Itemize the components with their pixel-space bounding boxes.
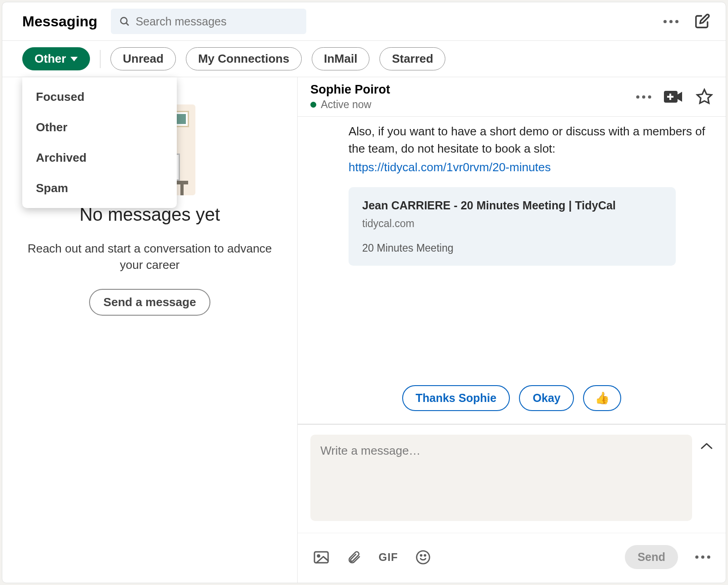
paperclip-icon xyxy=(347,550,361,565)
page-title: Messaging xyxy=(22,13,97,30)
dropdown-item-other[interactable]: Other xyxy=(22,112,177,143)
filter-my-connections[interactable]: My Connections xyxy=(186,47,302,70)
link-card-title: Jean CARRIERE - 20 Minutes Meeting | Tid… xyxy=(362,197,662,213)
video-call-button[interactable] xyxy=(664,90,683,104)
star-button[interactable] xyxy=(696,88,713,105)
message-composer[interactable]: Write a message… xyxy=(310,435,692,521)
conversation-name[interactable]: Sophie Poirot xyxy=(310,83,636,97)
gif-label: GIF xyxy=(379,551,398,564)
quick-replies: Thanks Sophie Okay 👍 xyxy=(298,374,726,424)
conversation-header: Sophie Poirot Active now xyxy=(298,77,726,117)
left-pane: Focused Other Archived Spam No messages … xyxy=(2,77,298,583)
svg-point-0 xyxy=(121,18,127,24)
composer-placeholder: Write a message… xyxy=(320,444,682,458)
attach-image-button[interactable] xyxy=(313,550,329,565)
divider xyxy=(100,50,100,68)
right-pane: Sophie Poirot Active now xyxy=(298,77,726,583)
svg-point-7 xyxy=(318,555,320,557)
send-message-button[interactable]: Send a message xyxy=(89,289,211,316)
dropdown-item-archived[interactable]: Archived xyxy=(22,143,177,173)
compose-button[interactable] xyxy=(694,13,710,30)
filter-unread[interactable]: Unread xyxy=(110,47,176,70)
filter-active-dropdown[interactable]: Other xyxy=(22,47,90,70)
svg-point-8 xyxy=(417,550,429,563)
link-card-domain: tidycal.com xyxy=(362,216,662,231)
svg-line-1 xyxy=(126,23,129,25)
empty-subtitle: Reach out and start a conversation to ad… xyxy=(23,240,277,273)
composer-toolbar: GIF Send xyxy=(298,533,726,583)
message-text: Also, if you want to have a short demo o… xyxy=(349,123,712,157)
conversation-more-button[interactable] xyxy=(636,95,651,99)
svg-point-10 xyxy=(424,555,426,556)
conversation-status: Active now xyxy=(310,99,636,111)
composer-area: Write a message… xyxy=(298,424,726,521)
header: Messaging xyxy=(2,2,726,41)
search-input[interactable] xyxy=(135,15,298,28)
collapse-composer-button[interactable] xyxy=(700,435,713,521)
filter-row: Other Unread My Connections InMail Starr… xyxy=(2,41,726,77)
chevron-up-icon xyxy=(700,442,713,450)
body: Focused Other Archived Spam No messages … xyxy=(2,77,726,583)
ellipsis-icon xyxy=(636,95,651,99)
emoji-icon xyxy=(415,550,431,565)
header-actions xyxy=(663,13,710,30)
svg-rect-4 xyxy=(667,96,673,98)
quick-reply-thumbs-up[interactable]: 👍 xyxy=(583,385,621,411)
filter-active-label: Other xyxy=(35,52,66,66)
dropdown-item-focused[interactable]: Focused xyxy=(22,82,177,112)
message-link[interactable]: https://tidycal.com/1vr0rvm/20-minutes xyxy=(349,159,712,176)
svg-rect-6 xyxy=(314,552,328,563)
svg-marker-5 xyxy=(697,89,712,103)
filter-inmail[interactable]: InMail xyxy=(312,47,370,70)
ellipsis-icon xyxy=(695,555,710,559)
attach-file-button[interactable] xyxy=(347,550,361,565)
filter-dropdown-menu: Focused Other Archived Spam xyxy=(22,77,177,208)
link-card-description: 20 Minutes Meeting xyxy=(362,241,662,256)
quick-reply-okay[interactable]: Okay xyxy=(519,385,574,411)
send-button[interactable]: Send xyxy=(625,545,678,569)
emoji-button[interactable] xyxy=(415,550,431,565)
status-text: Active now xyxy=(321,99,371,111)
search-icon xyxy=(119,16,130,27)
video-plus-icon xyxy=(664,90,683,104)
compose-icon xyxy=(694,13,710,30)
messaging-app: Messaging Other Unread My Connections In… xyxy=(2,2,726,583)
ellipsis-icon xyxy=(663,20,678,23)
quick-reply-thanks[interactable]: Thanks Sophie xyxy=(402,385,510,411)
conversation-actions xyxy=(636,88,713,105)
gif-button[interactable]: GIF xyxy=(379,551,398,564)
filter-starred[interactable]: Starred xyxy=(379,47,445,70)
caret-down-icon xyxy=(70,57,78,61)
presence-dot-icon xyxy=(310,102,316,108)
conversation-body: Also, if you want to have a short demo o… xyxy=(298,117,726,374)
link-preview-card[interactable]: Jean CARRIERE - 20 Minutes Meeting | Tid… xyxy=(349,187,676,266)
search-container[interactable] xyxy=(111,9,306,34)
image-icon xyxy=(313,550,329,565)
star-icon xyxy=(696,88,713,105)
toolbar-more-button[interactable] xyxy=(695,555,710,559)
svg-point-9 xyxy=(420,555,422,556)
dropdown-item-spam[interactable]: Spam xyxy=(22,173,177,203)
more-options-button[interactable] xyxy=(663,20,678,23)
